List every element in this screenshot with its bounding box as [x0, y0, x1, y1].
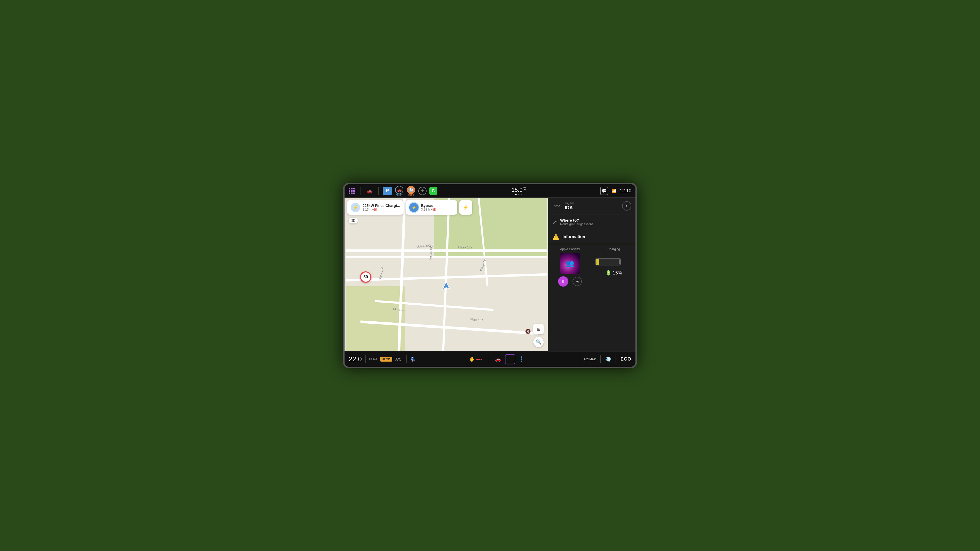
rear-view-icon[interactable]: 🚗 [495, 356, 501, 362]
ac-max-label[interactable]: A/C MAX [584, 358, 596, 361]
layers-button[interactable]: ⊞ [533, 324, 544, 334]
3d-view-button[interactable]: 3D [349, 218, 358, 224]
divider-ac [406, 356, 407, 363]
charge-info: 🔋 15% [606, 270, 622, 276]
charge-nub [619, 259, 621, 264]
bottom-center-controls: ✋ ●●● 🚗 [416, 354, 577, 364]
charger-icon: ⚡ [351, 203, 360, 212]
where-to-subtitle: Route guid. suggestions [560, 222, 631, 226]
page-dot-2[interactable] [518, 194, 519, 195]
eco-label[interactable]: ECO [620, 356, 631, 362]
search-button[interactable]: 🔍 [533, 337, 544, 347]
ac-label[interactable]: A/C [395, 357, 401, 361]
assist-icon[interactable]: 🚗 ASSIST [395, 186, 404, 195]
album-art: 👥 [560, 253, 580, 274]
bottom-bar: 22.0 CLIMA AUTO A/C 💺 ✋ ●●● 🚗 [345, 351, 635, 367]
mode-icon[interactable]: 🔄 MODE [406, 186, 416, 195]
wifi-icon: 📶 [611, 188, 617, 193]
carplay-title: Apple CarPlay [560, 248, 580, 251]
svg-text:Ulitsa 182: Ulitsa 182 [458, 246, 473, 249]
route-cards: ⚡ 225kW Fines Chargi... 3:13 h +⛽ ⚡ Бург… [345, 198, 548, 216]
ida-wave-icon: 〰️ [554, 203, 561, 209]
battery-icon: 🔋 [606, 270, 611, 276]
mute-icon[interactable]: 🔇 [525, 329, 531, 334]
fan-icon[interactable]: 💨 [605, 356, 611, 362]
charger-name: 225kW Fines Chargi... [363, 203, 400, 208]
parking-icon[interactable]: P [383, 187, 392, 195]
heated-steering-icon[interactable]: ✋ ●●● [469, 356, 482, 362]
right-panel: 〰️ Hi, I'm IDA › ↗ Where to? Route guid.… [548, 198, 635, 351]
page-dot-3[interactable] [521, 194, 522, 195]
route-card-burgas[interactable]: ⚡ Бургас 3:23 h +⛽ [406, 200, 457, 215]
add-icon[interactable]: + [418, 187, 426, 195]
menu-button[interactable] [519, 355, 524, 364]
charge-fill [596, 259, 599, 265]
outside-temperature: 15.0°C [511, 187, 526, 193]
auto-badge[interactable]: AUTO [380, 357, 392, 362]
warning-icon: ⚠️ [552, 233, 559, 240]
carplay-shortcut-icon[interactable]: C [429, 187, 438, 195]
information-title: Information [562, 235, 585, 239]
message-icon[interactable]: 💬 [600, 187, 608, 195]
svg-rect-2 [345, 286, 405, 351]
charger-time: 3:13 h +⛽ [363, 208, 400, 211]
route-card-more[interactable]: ⚡ [459, 200, 472, 215]
top-bar: 🚗 P 🚗 ASSIST 🔄 MODE + C [345, 184, 635, 198]
charging-widget[interactable]: Charging 🔋 15% [592, 244, 636, 351]
clima-label: CLIMA [369, 358, 377, 360]
where-to-title: Where to? [560, 218, 631, 222]
ida-panel[interactable]: 〰️ Hi, I'm IDA › [548, 198, 635, 214]
where-to-panel[interactable]: ↗ Where to? Route guid. suggestions [548, 214, 635, 230]
ida-name: IDA [565, 205, 619, 211]
navigation-icon: ↗ [552, 219, 557, 225]
route-card-charger[interactable]: ⚡ 225kW Fines Chargi... 3:13 h +⛽ [347, 200, 404, 215]
destination-name: Бургас [421, 203, 436, 208]
divider-right-2 [600, 356, 601, 363]
top-center: 15.0°C [438, 187, 600, 195]
map-section[interactable]: Ulitsa 182 Ulitsa 182 Ulitsa 184 Улица 1… [345, 198, 548, 351]
seat-heat-icon[interactable]: 💺 [410, 356, 416, 362]
divider-2 [378, 187, 379, 195]
clock: 12:10 [620, 188, 631, 194]
next-button[interactable]: ⏭ [573, 277, 582, 286]
destination-icon: ⚡ [409, 203, 418, 212]
carplay-widget[interactable]: Apple CarPlay 👥 ⏸ ⏭ [548, 244, 592, 351]
apps-grid-icon[interactable] [349, 188, 355, 194]
charging-title: Charging [607, 248, 620, 251]
charge-bar [595, 258, 621, 265]
ida-arrow-button[interactable]: › [622, 201, 631, 211]
charge-percentage: 15% [613, 270, 622, 276]
widgets-row: Apple CarPlay 👥 ⏸ ⏭ Chargin [548, 244, 635, 351]
pause-button[interactable]: ⏸ [558, 276, 568, 287]
speed-limit-sign: 50 [360, 272, 371, 283]
destination-time: 3:23 h +⛽ [421, 208, 436, 211]
ida-greeting: Hi, I'm [565, 201, 619, 205]
climate-temperature: 22.0 [349, 355, 362, 363]
car-display-screen: 🚗 P 🚗 ASSIST 🔄 MODE + C [343, 183, 637, 368]
divider-right [579, 356, 579, 363]
information-panel[interactable]: ⚠️ Information [548, 230, 635, 244]
home-button[interactable] [505, 354, 515, 364]
car-icon[interactable]: 🚗 [365, 186, 374, 195]
bottom-right-controls: A/C MAX 💨 ECO [577, 356, 631, 363]
divider-eco [616, 356, 616, 363]
main-content: Ulitsa 182 Ulitsa 182 Ulitsa 184 Улица 1… [345, 198, 635, 351]
page-dot-1[interactable] [515, 194, 517, 195]
